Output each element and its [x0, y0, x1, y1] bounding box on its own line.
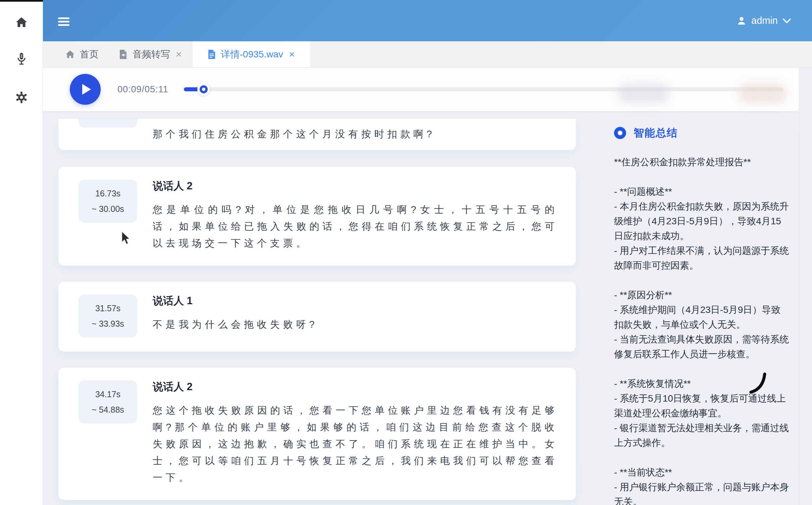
summary-paragraph: **住房公积金扣款异常处理报告**: [614, 155, 789, 170]
tab-label: 首页: [80, 48, 99, 61]
summary-header: 智能总结: [614, 126, 789, 140]
summary-paragraph: - **当前状态**: [614, 465, 789, 480]
document-icon: [207, 49, 216, 59]
scrollbar-track[interactable]: [799, 67, 812, 505]
summary-paragraph: - **问题概述**: [614, 184, 789, 199]
mouse-cursor-icon: [119, 231, 132, 245]
summary-panel: 智能总结 **住房公积金扣款异常处理报告**- **问题概述**- 本月住房公积…: [614, 126, 789, 505]
transcript-message-card[interactable]: 16.73s ~ 30.00s 说话人 2 您是单位的吗?对，单位是您拖收日几号…: [58, 167, 576, 266]
tab-1[interactable]: 首页: [55, 41, 109, 67]
transcript-message-card[interactable]: 31.57s ~ 33.93s 说话人 1 不是我为什么会拖收失败呀?: [58, 282, 576, 352]
message-text: 您这个拖收失败原因的话，您看一下您单位账户里边您看钱有没有足够啊?那个单位的账户…: [153, 402, 558, 486]
seek-handle[interactable]: [197, 83, 210, 96]
message-text: 不是我为什么会拖收失败呀?: [153, 316, 558, 333]
play-button[interactable]: [70, 74, 101, 105]
timestamp-badge: [79, 119, 137, 128]
summary-paragraph: - 用户对工作结果不满，认为问题源于系统故障而非可控因素。: [614, 243, 789, 273]
time-start: 34.17s: [79, 386, 137, 402]
blurred-control: [617, 84, 669, 103]
microphone-icon[interactable]: [0, 51, 43, 67]
tab-label: 详情-0935.wav: [221, 48, 283, 61]
timestamp-badge: 31.57s ~ 33.93s: [79, 294, 137, 337]
summary-paragraph: - **原因分析**: [614, 288, 789, 303]
summary-paragraph-gap: [614, 273, 789, 288]
summary-title: 智能总结: [633, 126, 678, 140]
summary-paragraph-gap: [614, 170, 789, 184]
left-icon-rail: [0, 0, 43, 505]
transcript-message-card[interactable]: 34.17s ~ 54.88s 说话人 2 您这个拖收失败原因的话，您看一下您单…: [58, 368, 576, 500]
tab-3[interactable]: 详情-0935.wav×: [193, 41, 310, 67]
settings-gear-icon[interactable]: [0, 89, 43, 105]
message-text: 那个我们住房公积金那个这个月没有按时扣款啊?: [153, 126, 558, 142]
chevron-down-icon: [782, 18, 791, 24]
transcript-message-card[interactable]: 那个我们住房公积金那个这个月没有按时扣款啊?: [58, 119, 576, 150]
time-start: 31.57s: [79, 301, 137, 316]
message-body: 说话人 1 不是我为什么会拖收失败呀?: [153, 293, 558, 337]
summary-paragraph: - 银行渠道暂无法处理相关业务，需通过线上方式操作。: [614, 421, 789, 450]
message-body: 那个我们住房公积金那个这个月没有按时扣款啊?: [153, 119, 558, 150]
time-end: ~ 30.00s: [79, 201, 137, 217]
tab-bar: 首页音频转写×详情-0935.wav×: [43, 41, 812, 67]
seek-slider[interactable]: [184, 87, 783, 91]
timestamp-badge: 34.17s ~ 54.88s: [79, 380, 137, 423]
home-icon: [65, 50, 75, 58]
user-avatar-icon: [737, 16, 747, 26]
time-end: ~ 33.93s: [79, 316, 137, 331]
timestamp-badge: 16.73s ~ 30.00s: [79, 180, 137, 223]
summary-paragraph: - 用户银行账户余额正常，问题与账户本身无关。: [614, 480, 789, 505]
detail-content: 那个我们住房公积金那个这个月没有按时扣款啊? 16.73s ~ 30.00s 说…: [43, 111, 812, 505]
home-icon[interactable]: [0, 14, 43, 30]
speaker-label: 说话人 1: [153, 294, 558, 308]
summary-paragraph: - 系统维护期间（4月23日-5月9日）导致扣款失败，与单位或个人无关。: [614, 303, 789, 332]
user-menu[interactable]: admin: [737, 0, 791, 41]
top-header: admin: [43, 0, 812, 41]
summary-bullet-icon: [614, 127, 626, 139]
summary-paragraph-gap: [614, 450, 789, 465]
speaker-label: 说话人 2: [153, 380, 558, 394]
app-window: admin 首页音频转写×详情-0935.wav× 00:09 / 05:11: [0, 0, 812, 505]
transcript-list: 那个我们住房公积金那个这个月没有按时扣款啊? 16.73s ~ 30.00s 说…: [58, 111, 576, 505]
blurred-control: [738, 84, 787, 103]
tab-2[interactable]: 音频转写×: [109, 41, 193, 67]
tab-label: 音频转写: [133, 48, 170, 61]
summary-paragraph: - 当前无法查询具体失败原因，需等待系统修复后联系工作人员进一步核查。: [614, 332, 789, 362]
summary-text: **住房公积金扣款异常处理报告**- **问题概述**- 本月住房公积金扣款失败…: [614, 155, 789, 505]
audio-player: 00:09 / 05:11: [43, 67, 812, 111]
play-icon: [82, 84, 91, 95]
username: admin: [751, 15, 778, 26]
speaker-label: 说话人 2: [153, 179, 558, 193]
menu-toggle-icon[interactable]: [58, 17, 69, 26]
tab-close-icon[interactable]: ×: [288, 49, 296, 59]
tab-close-icon[interactable]: ×: [175, 49, 183, 59]
time-end: ~ 54.88s: [79, 402, 137, 417]
message-text: 您是单位的吗?对，单位是您拖收日几号啊?女士，十五号十五号的话，如果单位给已拖入…: [153, 201, 558, 251]
audio-file-icon: [119, 49, 128, 59]
time-start: 16.73s: [79, 186, 137, 201]
summary-paragraph: - 本月住房公积金扣款失败，原因为系统升级维护（4月23日-5月9日），导致4月…: [614, 199, 789, 243]
loading-arc: [746, 368, 772, 396]
message-body: 说话人 2 您是单位的吗?对，单位是您拖收日几号啊?女士，十五号十五号的话，如果…: [153, 178, 558, 251]
playback-time: 00:09 / 05:11: [117, 67, 168, 111]
message-body: 说话人 2 您这个拖收失败原因的话，您看一下您单位账户里边您看钱有没有足够啊?那…: [153, 379, 558, 486]
